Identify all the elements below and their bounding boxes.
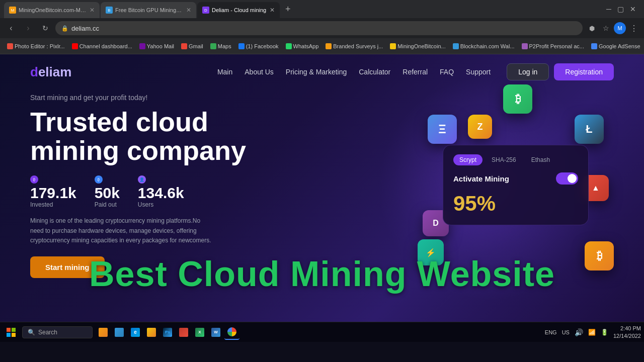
- taskbar-apps: e Ps X W: [96, 325, 239, 340]
- taskbar-app-filemanager[interactable]: [96, 325, 111, 340]
- profile-button[interactable]: M: [614, 22, 626, 34]
- stat-invested-label: Invested: [30, 201, 76, 208]
- browser-chrome: M MiningOneBitcoin.com-Mining... ✕ B Fre…: [0, 0, 644, 54]
- bookmark-mining[interactable]: MiningOneBitcoin...: [387, 42, 448, 50]
- taskbar-app-photoshop[interactable]: Ps: [160, 325, 175, 340]
- bookmark-adsense[interactable]: Google AdSense: [588, 42, 643, 50]
- tab1-close[interactable]: ✕: [90, 7, 95, 14]
- nav-pricing[interactable]: Pricing & Marketing: [286, 68, 347, 76]
- hero-section: Start mining and get your profit today! …: [0, 89, 644, 282]
- tab2-title: Free Bitcoin GPU Mining, Cloud...: [115, 7, 183, 13]
- lock-icon: 🔒: [61, 25, 68, 32]
- taskbar-region: US: [562, 329, 570, 335]
- bookmark-gmail[interactable]: Gmail: [178, 42, 206, 50]
- search-glass-icon: 🔍: [28, 329, 35, 336]
- bookmark-youtube[interactable]: Channel dashboard...: [69, 42, 135, 50]
- taskbar-app-edge[interactable]: e: [128, 325, 143, 340]
- back-button[interactable]: ‹: [4, 21, 18, 35]
- network-icon[interactable]: 📶: [588, 329, 596, 336]
- window-controls: ─ ▢ ✕: [606, 5, 640, 13]
- stat-paidout: ₿ 50k Paid out: [95, 175, 120, 208]
- volume-icon[interactable]: 🔊: [575, 328, 583, 336]
- hero-subtitle: Start mining and get your profit today!: [30, 94, 614, 102]
- browser-tabs: M MiningOneBitcoin.com-Mining... ✕ B Fre…: [4, 0, 606, 18]
- browser-tab-1[interactable]: M MiningOneBitcoin.com-Mining... ✕: [4, 2, 100, 18]
- hero-title: Trusted cloud mining company: [30, 108, 302, 164]
- stat-paidout-value: 50k: [95, 185, 120, 201]
- tab1-favicon: M: [9, 7, 16, 14]
- stat-users-value: 134.6k: [138, 185, 184, 201]
- bookmark-yahoo[interactable]: Yahoo Mail: [136, 42, 177, 50]
- hero-description: Mining is one of the leading cryptocurre…: [30, 216, 211, 245]
- logo-d: d: [30, 64, 38, 79]
- login-button[interactable]: Log in: [507, 63, 549, 80]
- browser-tab-2[interactable]: B Free Bitcoin GPU Mining, Cloud... ✕: [101, 2, 196, 18]
- tab3-favicon: D: [202, 7, 209, 14]
- reload-button[interactable]: ↻: [38, 21, 52, 35]
- stat-paidout-label: Paid out: [95, 201, 120, 208]
- taskbar-app-excel[interactable]: X: [192, 325, 207, 340]
- stat1-icon: ₿: [30, 175, 38, 184]
- maximize-icon[interactable]: ▢: [617, 5, 624, 13]
- site-logo[interactable]: deliam: [30, 64, 71, 80]
- bookmark-button[interactable]: ☆: [600, 22, 612, 34]
- svg-rect-1: [12, 328, 16, 332]
- nav-main[interactable]: Main: [217, 68, 232, 76]
- taskbar-clock[interactable]: 2:40 PM 12/14/2022: [613, 325, 641, 339]
- taskbar-time: 2:40 PM: [613, 325, 641, 332]
- svg-rect-3: [12, 333, 16, 337]
- nav-links: Main About Us Pricing & Marketing Calcul…: [217, 68, 491, 76]
- browser-nav-bar: ‹ › ↻ 🔒 deliam.cc ⬢ ☆ M ⋮: [0, 18, 644, 38]
- browser-title-bar: M MiningOneBitcoin.com-Mining... ✕ B Fre…: [0, 0, 644, 18]
- bookmark-p2profit[interactable]: P2Profit Personal ac...: [519, 42, 587, 50]
- url-text: deliam.cc: [71, 25, 99, 32]
- bookmark-facebook[interactable]: (1) Facebook: [235, 42, 282, 50]
- taskbar-app-store[interactable]: [112, 325, 127, 340]
- menu-button[interactable]: ⋮: [628, 22, 640, 34]
- stat-invested-value: 179.1k: [30, 185, 76, 201]
- tab3-title: Deliam - Cloud mining: [212, 7, 266, 13]
- nav-about[interactable]: About Us: [245, 68, 274, 76]
- website-content: deliam Main About Us Pricing & Marketing…: [0, 54, 644, 322]
- taskbar-app-explorer[interactable]: [144, 325, 159, 340]
- tab2-close[interactable]: ✕: [186, 7, 191, 14]
- new-tab-button[interactable]: +: [281, 2, 295, 16]
- close-window-icon[interactable]: ✕: [630, 5, 636, 13]
- taskbar-app-mail[interactable]: [176, 325, 191, 340]
- taskbar-search-box[interactable]: 🔍 Search: [22, 326, 93, 338]
- bookmark-surveys[interactable]: Branded Surveys j...: [323, 42, 386, 50]
- stat3-icon: 👤: [138, 175, 146, 184]
- taskbar-date: 12/14/2022: [613, 332, 641, 339]
- logo-rest: eliam: [38, 64, 72, 79]
- taskbar-app-chrome[interactable]: [224, 325, 239, 340]
- stats-section: ₿ 179.1k Invested ₿ 50k Paid out 👤 134.6…: [30, 175, 614, 208]
- address-bar[interactable]: 🔒 deliam.cc: [55, 21, 583, 35]
- nav-referral[interactable]: Referral: [403, 68, 428, 76]
- bookmark-pixlr[interactable]: Photo Editor : Pixlr...: [4, 42, 68, 50]
- bookmark-maps[interactable]: Maps: [207, 42, 234, 50]
- svg-rect-2: [7, 333, 11, 337]
- overlay-text-banner: Best Cloud Mining Website: [0, 254, 644, 294]
- start-button[interactable]: [3, 324, 19, 340]
- battery-icon[interactable]: 🔋: [601, 329, 608, 336]
- stat-users: 👤 134.6k Users: [138, 175, 184, 208]
- bookmark-blockchain[interactable]: Blockchain.com Wal...: [450, 42, 518, 50]
- tab3-close[interactable]: ✕: [270, 7, 275, 14]
- taskbar-right: ENG US 🔊 📶 🔋 2:40 PM 12/14/2022: [545, 325, 641, 339]
- extensions-button[interactable]: ⬢: [586, 22, 598, 34]
- minimize-icon[interactable]: ─: [606, 5, 611, 13]
- stat-invested: ₿ 179.1k Invested: [30, 175, 76, 208]
- bookmarks-bar: Photo Editor : Pixlr... Channel dashboar…: [0, 38, 644, 54]
- hero-title-text: Trusted cloud mining company: [30, 107, 246, 165]
- nav-calculator[interactable]: Calculator: [359, 68, 390, 76]
- nav-support[interactable]: Support: [466, 68, 491, 76]
- stat2-icon: ₿: [95, 175, 103, 184]
- register-button[interactable]: Registration: [554, 63, 614, 80]
- nav-faq[interactable]: FAQ: [440, 68, 454, 76]
- forward-button[interactable]: ›: [21, 21, 35, 35]
- bookmark-whatsapp[interactable]: WhatsApp: [283, 42, 322, 50]
- nav-right-controls: ⬢ ☆ M ⋮: [586, 22, 640, 34]
- browser-tab-3[interactable]: D Deliam - Cloud mining ✕: [197, 2, 280, 18]
- taskbar-app-word[interactable]: W: [208, 325, 223, 340]
- svg-rect-0: [7, 328, 11, 332]
